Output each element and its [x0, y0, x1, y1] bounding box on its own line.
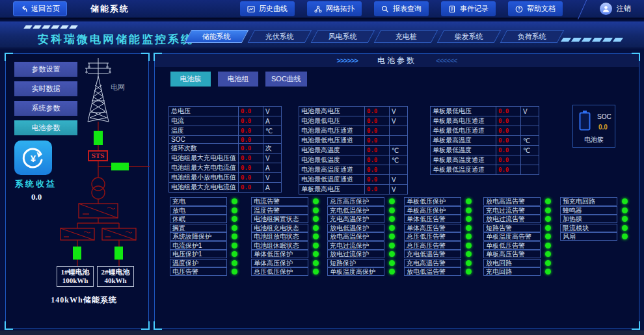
status-green-indicator — [232, 269, 237, 275]
report-query-button[interactable]: 报表查询 — [374, 1, 429, 16]
status-label: 加热膜 — [560, 215, 617, 223]
tab-soc-curve[interactable]: SOC曲线 — [265, 72, 307, 87]
param-unit: ℃ — [390, 146, 408, 155]
sidebar-item-param-settings[interactable]: 参数设置 — [14, 62, 77, 77]
chevrons-right-decoration: <<<<<< — [436, 57, 457, 64]
nav-tab-wind[interactable]: 风电系统 — [311, 30, 375, 43]
nav-tab-pv[interactable]: 光伏系统 — [248, 30, 312, 43]
status-label: 充电低温告警 — [404, 250, 461, 258]
status-green-indicator — [545, 216, 551, 222]
param-unit: ℃ — [263, 126, 282, 136]
header-bar: 安科瑞微电网储能监控系统 储能系统 光伏系统 风电系统 充电桩 柴发系统 负荷系… — [0, 21, 644, 49]
tab-battery-pack[interactable]: 电池组 — [218, 72, 258, 87]
status-row: 电流告警 — [251, 197, 319, 206]
param-unit — [521, 155, 539, 165]
status-row: 单板温度高告警 — [483, 232, 551, 241]
network-topology-button[interactable]: 网络拓扑 — [307, 1, 362, 16]
param-value: 0.0 — [496, 116, 521, 126]
page-title: 储能系统 — [90, 3, 129, 15]
table-row: 电池最低温度通道 0.0 V — [299, 175, 408, 185]
status-green-indicator — [466, 225, 472, 231]
param-label: 单板最低电压 — [431, 107, 496, 116]
status-row: 电流保护1 — [170, 241, 237, 250]
tab-battery-cluster[interactable]: 电池簇 — [170, 72, 211, 87]
table-row: 电池最高电压 0.0 V — [299, 107, 408, 116]
param-value: 0.0 — [496, 165, 521, 175]
status-row: 蜂鸣器 — [560, 206, 628, 215]
table-row: 电池最低电压通道 0.0 — [299, 136, 408, 146]
param-label: 总电压 — [169, 107, 239, 116]
nav-tab-diesel[interactable]: 柴发系统 — [437, 30, 502, 43]
param-label: 温度 — [169, 126, 239, 136]
status-row: 放电回路 — [483, 259, 551, 268]
battery1-name: 1#锂电池 — [57, 268, 93, 276]
status-label: 电流告警 — [251, 197, 308, 206]
param-unit: 次 — [263, 144, 282, 154]
history-curve-button[interactable]: 历史曲线 — [240, 1, 295, 16]
status-green-indicator — [545, 225, 551, 231]
nav-tab-storage[interactable]: 储能系统 — [185, 30, 249, 43]
battery2-name: 2#锂电池 — [98, 268, 133, 276]
param-label: 电池最低温度 — [299, 155, 365, 165]
param-value: 0.0 — [239, 183, 263, 193]
status-row: 短路保护 — [327, 259, 395, 268]
status-column-1: 充电 放电 休眠 搁置 系统故障 — [170, 197, 237, 276]
param-label: 单板最低温度 — [431, 146, 496, 155]
status-row: 单体高压告警 — [404, 224, 472, 233]
inverter-symbols — [60, 204, 136, 240]
status-row: 充电低温告警 — [404, 250, 472, 259]
param-value: 0.0 — [365, 165, 390, 175]
param-value: 0.0 — [365, 146, 390, 155]
back-home-button[interactable]: 返回首页 — [13, 1, 67, 16]
status-label: 电池组休眠状态 — [251, 241, 308, 250]
status-label: 充电高温保护 — [327, 215, 384, 223]
status-green-indicator — [232, 243, 237, 248]
status-label: 充电过流保护 — [327, 241, 384, 250]
help-docs-button[interactable]: ? 帮助文档 — [508, 1, 563, 16]
param-label: 电流 — [169, 116, 239, 126]
status-label: 搁置 — [170, 224, 227, 232]
status-label: 电压告警 — [170, 267, 227, 276]
grid-label: 电网 — [111, 83, 125, 92]
status-row: 总压高压保护 — [327, 197, 395, 206]
sidebar-item-battery-params[interactable]: 电池参数 — [14, 120, 77, 135]
param-unit: ℃ — [390, 155, 408, 165]
param-unit: V — [390, 107, 408, 116]
param-unit: A — [263, 163, 282, 173]
table-row: 电流 0.0 A — [169, 116, 282, 126]
event-log-icon — [448, 5, 456, 13]
status-row: 电压告警 — [170, 267, 237, 276]
event-log-button[interactable]: 事件记录 — [441, 1, 496, 16]
table-row: 单板最低温度通道 0.0 — [431, 165, 539, 175]
status-label: 单板温度高告警 — [483, 232, 541, 241]
table-row: 单板最高温度通道 0.0 — [431, 155, 539, 165]
param-unit — [521, 126, 539, 136]
chevrons-left-decoration: >>>>>> — [336, 57, 358, 64]
top-bar: 返回首页 储能系统 历史曲线 网络拓扑 报表查询 — [0, 0, 644, 20]
status-row: 单板高压保护 — [404, 206, 472, 215]
status-green-indicator — [389, 216, 395, 222]
param-unit: V — [263, 154, 282, 163]
nav-tab-load[interactable]: 负荷系统 — [500, 30, 565, 43]
sidebar-item-system-params[interactable]: 系统参数 — [14, 101, 77, 116]
param-value: 0.0 — [365, 126, 390, 136]
user-logout[interactable]: 注销 — [600, 3, 631, 15]
status-label: 放电高温告警 — [483, 197, 541, 206]
status-label: 单板低压保护 — [404, 197, 461, 206]
status-row: 温度告警 — [251, 206, 319, 215]
status-column-3: 总压高压保护 充电低温保护 充电高温保护 放电低温保护 — [327, 197, 395, 276]
status-row: 温度保护 — [170, 259, 237, 268]
nav-tab-charger[interactable]: 充电桩 — [374, 30, 438, 43]
status-green-indicator — [389, 243, 395, 248]
status-label: 充电高温告警 — [404, 259, 461, 267]
status-green-indicator — [313, 260, 319, 266]
table-row: 单板最高温度 0.0 ℃ — [431, 136, 539, 146]
status-label: 电压保护1 — [170, 250, 227, 258]
param-value: 0.0 — [365, 185, 390, 194]
status-green-indicator — [313, 208, 319, 213]
status-row: 充电低温保护 — [327, 206, 395, 215]
sidebar-item-realtime-data[interactable]: 实时数据 — [14, 81, 77, 96]
status-row: 充电高温保护 — [327, 215, 395, 224]
status-row: 限流模块 — [560, 224, 628, 233]
status-green-indicator — [545, 234, 551, 239]
